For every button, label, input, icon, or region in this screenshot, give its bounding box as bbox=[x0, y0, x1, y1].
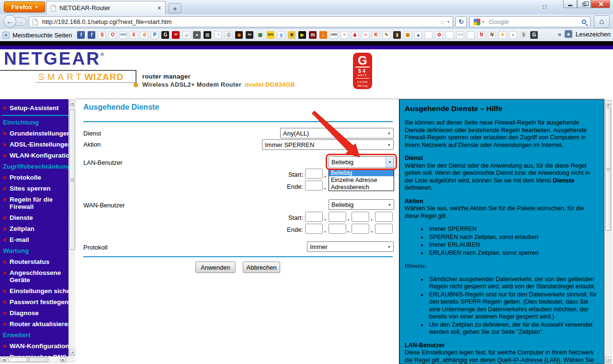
sidebar-item-passwort-festlegen[interactable]: Passwort festlegen bbox=[0, 296, 68, 307]
bookmark-favicon-puzzle[interactable]: ▣ bbox=[404, 31, 411, 39]
restore-button[interactable] bbox=[577, 0, 591, 8]
bookmark-favicon-bvg[interactable]: BVG bbox=[267, 31, 274, 39]
bookmark-favicon-facebook-2[interactable]: f bbox=[88, 31, 95, 39]
bookmark-favicon-gold-crest[interactable]: ❖ bbox=[288, 31, 295, 39]
cancel-button[interactable]: Abbrechen bbox=[243, 262, 280, 273]
tab-netgear-router[interactable]: NETGEAR-Router × bbox=[46, 1, 166, 14]
sidebar-item-grundeinstellungen[interactable]: Grundeinstellungen bbox=[0, 128, 68, 139]
bookmark-favicon-blue-deck[interactable]: ◗ bbox=[509, 31, 517, 39]
bookmark-favicon-at-sign[interactable]: @ bbox=[225, 31, 232, 39]
sidebar-item-dienste[interactable]: Dienste bbox=[0, 212, 68, 223]
bookmark-favicon-camera[interactable]: ● bbox=[193, 31, 201, 39]
bookmark-favicon-ebay[interactable]: eb bbox=[362, 31, 369, 39]
bookmark-favicon-monitor[interactable]: ▣ bbox=[256, 31, 264, 39]
bookmarks-overflow-icon[interactable]: » bbox=[558, 31, 561, 38]
sidebar-item-wan-konfiguration[interactable]: WAN-Konfiguration bbox=[0, 341, 68, 352]
bookmark-favicon-red-ring[interactable]: O bbox=[109, 31, 116, 39]
bookmark-favicon-eiffel[interactable]: ▲ bbox=[414, 31, 422, 39]
bookmark-favicon-quill[interactable]: ✎ bbox=[383, 31, 390, 39]
sidebar-item-dynamisches-dns[interactable]: Dynamisches DNS bbox=[0, 352, 68, 356]
dienst-select[interactable]: Any(ALL) ▼ bbox=[280, 128, 394, 138]
bookmark-favicon-bank-columns[interactable]: III bbox=[341, 31, 348, 39]
search-icon[interactable] bbox=[582, 20, 586, 24]
url-dropdown-icon[interactable]: ▾ bbox=[447, 20, 449, 24]
bookmark-favicon-k-circle[interactable]: K bbox=[372, 31, 380, 39]
scroll-left-icon[interactable]: ◀ bbox=[1, 357, 7, 362]
bookmark-favicon-flame[interactable]: ◆ bbox=[235, 31, 243, 39]
scrollbar-thumb[interactable] bbox=[69, 109, 75, 250]
bookmark-favicon-dslr[interactable]: SLR bbox=[456, 31, 464, 39]
ip-octet-input[interactable] bbox=[305, 181, 323, 191]
home-button[interactable]: ⌂ bbox=[594, 15, 610, 28]
close-button[interactable] bbox=[591, 0, 610, 8]
bookmark-favicon-gmx[interactable]: GMX bbox=[330, 31, 338, 39]
sidebar-item-zeitplan[interactable]: Zeitplan bbox=[0, 223, 68, 234]
ip-octet-input[interactable] bbox=[305, 169, 323, 179]
bookmark-favicon-n-dark[interactable]: N bbox=[488, 31, 496, 39]
ip-octet-input[interactable] bbox=[352, 224, 369, 234]
bookmark-favicon-g-grey[interactable]: G bbox=[530, 31, 538, 39]
sidebar-item-sites-sperren[interactable]: Sites sperren bbox=[0, 183, 68, 194]
sidebar-item-wlan-konfiguration[interactable]: WLAN-Konfiguration bbox=[0, 150, 68, 161]
bookmark-favicon-cursor-tile[interactable]: ▶ bbox=[298, 31, 306, 39]
bookmark-favicon-orange-house[interactable]: ⌂ bbox=[319, 31, 327, 39]
ip-octet-input[interactable] bbox=[305, 224, 323, 234]
bookmark-star-icon[interactable]: ☆ bbox=[439, 18, 445, 26]
bookmark-favicon-orange-d[interactable]: d bbox=[140, 31, 148, 39]
wan-user-select[interactable]: Beliebig ▼ bbox=[329, 199, 394, 210]
protokoll-select[interactable]: Immer ▼ bbox=[307, 241, 394, 252]
scrollbar-thumb[interactable] bbox=[605, 108, 611, 231]
bookmarks-menu-label[interactable]: Lesezeichen bbox=[576, 31, 611, 38]
sidebar-item-diagnose[interactable]: Diagnose bbox=[0, 307, 68, 318]
tab-close-icon[interactable]: × bbox=[158, 5, 161, 11]
bookmark-favicon-red-figure[interactable]: ♟ bbox=[351, 31, 359, 39]
ip-octet-input[interactable] bbox=[352, 212, 369, 222]
bookmark-favicon-blue-p[interactable]: P bbox=[151, 31, 159, 39]
url-bar[interactable]: http://192.168.0.1/setup.cgi?next_file=s… bbox=[29, 16, 453, 27]
bookmark-favicon-blue-orb[interactable]: ◔ bbox=[214, 31, 222, 39]
search-engine-dropdown-icon[interactable]: ▾ bbox=[482, 20, 484, 24]
sidebar-item-e-mail[interactable]: E-mail bbox=[0, 234, 68, 245]
bookmark-favicon-n-red[interactable]: N bbox=[477, 31, 485, 39]
scrollbar-thumb[interactable] bbox=[8, 357, 48, 362]
aktion-select[interactable]: Immer SPERREN ▼ bbox=[262, 139, 394, 150]
scroll-up-icon[interactable]: ▲ bbox=[605, 101, 611, 107]
bookmark-favicon-google[interactable]: g bbox=[277, 31, 285, 39]
minimize-button[interactable] bbox=[563, 0, 577, 8]
bookmark-favicon-g-badge[interactable]: G bbox=[161, 31, 169, 39]
sidebar-item-router-aktualisieren[interactable]: Router aktualisieren bbox=[0, 318, 68, 330]
sidebar-item-setup-assistent[interactable]: Setup-Assistent bbox=[0, 102, 68, 114]
bookmark-favicon-paperclip[interactable]: § bbox=[520, 31, 527, 39]
bookmark-favicon-spiegel-online[interactable]: SP bbox=[172, 31, 180, 39]
ip-octet-input[interactable] bbox=[329, 224, 346, 234]
firefox-menu-button[interactable]: Firefox ▾ bbox=[4, 1, 45, 12]
lan-user-select[interactable]: Beliebig ▼ bbox=[329, 156, 394, 168]
search-bar[interactable]: ▾ Google bbox=[469, 16, 590, 27]
new-tab-button[interactable]: + bbox=[169, 3, 182, 13]
ip-octet-input[interactable] bbox=[329, 212, 346, 222]
scroll-right-icon[interactable]: ▶ bbox=[60, 357, 66, 362]
help-scrollbar[interactable]: ▲ ▼ bbox=[604, 100, 612, 364]
bookmark-favicon-dark-tile[interactable]: ▦ bbox=[204, 31, 211, 39]
sidebar-h-scrollbar[interactable]: ◀ ▶ bbox=[0, 356, 68, 363]
ip-octet-input[interactable] bbox=[375, 224, 393, 234]
bookmarks-star-icon[interactable]: ★ bbox=[565, 30, 572, 38]
bookmark-favicon-reddit[interactable]: ☺ bbox=[182, 31, 190, 39]
forward-button[interactable]: → bbox=[15, 17, 26, 26]
bookmark-favicon-dkb[interactable]: DKB bbox=[119, 31, 127, 39]
ip-octet-input[interactable] bbox=[375, 212, 393, 222]
reload-button[interactable]: ↻ bbox=[455, 16, 467, 27]
scroll-up-icon[interactable]: ▲ bbox=[69, 100, 75, 106]
bookmark-favicon-bg-dark[interactable]: BG bbox=[246, 31, 253, 39]
dropdown-option-beliebig[interactable]: Beliebig bbox=[329, 169, 394, 176]
scroll-down-icon[interactable]: ▼ bbox=[605, 357, 611, 363]
sidebar-item-regeln-f-r-die-firewall[interactable]: Regeln für die Firewall bbox=[0, 194, 68, 212]
bookmark-favicon-blank-page[interactable] bbox=[425, 31, 432, 39]
apply-button[interactable]: Anwenden bbox=[195, 262, 236, 273]
back-button[interactable]: ← bbox=[3, 15, 16, 28]
sidebar-item-protokolle[interactable]: Protokolle bbox=[0, 172, 68, 183]
dropdown-option-einzelne-adresse[interactable]: Einzelne Adresse bbox=[329, 176, 394, 183]
bookmark-favicon-flower[interactable]: ✿ bbox=[435, 31, 443, 39]
bookmark-favicon-blank-page-3[interactable] bbox=[467, 31, 475, 39]
bookmark-favicon-sparkasse[interactable]: S bbox=[98, 31, 106, 39]
